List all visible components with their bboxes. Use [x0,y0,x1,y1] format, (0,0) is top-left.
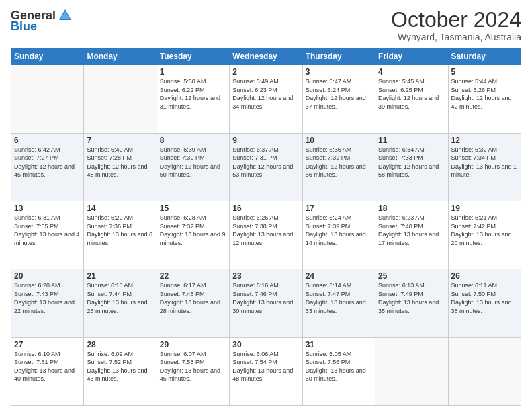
day-number: 26 [451,271,518,281]
calendar-cell: 24Sunrise: 6:14 AM Sunset: 7:47 PM Dayli… [302,269,375,337]
day-number: 1 [160,67,226,77]
day-info: Sunrise: 6:14 AM Sunset: 7:47 PM Dayligh… [306,281,372,315]
day-info: Sunrise: 6:39 AM Sunset: 7:30 PM Dayligh… [160,146,226,179]
logo: General Blue [11,8,73,32]
calendar-cell: 23Sunrise: 6:16 AM Sunset: 7:46 PM Dayli… [230,269,302,337]
calendar-cell: 21Sunrise: 6:18 AM Sunset: 7:44 PM Dayli… [84,269,157,337]
calendar-week-row: 20Sunrise: 6:20 AM Sunset: 7:43 PM Dayli… [11,269,521,337]
day-number: 16 [232,203,299,213]
day-number: 22 [160,271,226,281]
day-info: Sunrise: 6:37 AM Sunset: 7:31 PM Dayligh… [232,146,299,179]
day-number: 24 [306,271,372,281]
calendar-cell: 17Sunrise: 6:24 AM Sunset: 7:39 PM Dayli… [302,201,375,269]
day-number: 5 [451,67,518,77]
calendar-cell: 1Sunrise: 5:50 AM Sunset: 6:22 PM Daylig… [157,65,229,133]
calendar-cell: 10Sunrise: 6:36 AM Sunset: 7:32 PM Dayli… [302,133,375,201]
day-info: Sunrise: 5:49 AM Sunset: 6:23 PM Dayligh… [232,77,299,111]
day-info: Sunrise: 6:23 AM Sunset: 7:40 PM Dayligh… [378,214,445,247]
title-area: October 2024 Wynyard, Tasmania, Australi… [391,8,521,42]
calendar-cell: 31Sunrise: 6:05 AM Sunset: 7:56 PM Dayli… [302,337,375,405]
day-number: 20 [14,271,81,281]
svg-marker-1 [60,11,70,19]
day-number: 3 [306,67,372,77]
day-number: 21 [87,271,153,281]
day-info: Sunrise: 6:29 AM Sunset: 7:36 PM Dayligh… [87,214,153,247]
calendar-cell: 14Sunrise: 6:29 AM Sunset: 7:36 PM Dayli… [84,201,157,269]
calendar-cell: 12Sunrise: 6:32 AM Sunset: 7:34 PM Dayli… [448,133,521,201]
calendar-cell: 29Sunrise: 6:07 AM Sunset: 7:53 PM Dayli… [157,337,229,405]
day-info: Sunrise: 6:06 AM Sunset: 7:54 PM Dayligh… [232,350,299,383]
calendar-week-row: 6Sunrise: 6:42 AM Sunset: 7:27 PM Daylig… [11,133,521,201]
calendar-cell: 9Sunrise: 6:37 AM Sunset: 7:31 PM Daylig… [230,133,302,201]
day-number: 19 [451,203,518,213]
calendar-table: SundayMondayTuesdayWednesdayThursdayFrid… [11,48,521,406]
day-number: 2 [232,67,299,77]
day-info: Sunrise: 6:42 AM Sunset: 7:27 PM Dayligh… [14,146,81,179]
day-number: 7 [87,136,153,145]
day-info: Sunrise: 6:11 AM Sunset: 7:50 PM Dayligh… [451,281,518,315]
day-info: Sunrise: 6:05 AM Sunset: 7:56 PM Dayligh… [306,350,372,383]
day-number: 18 [378,203,445,213]
calendar-cell [84,65,157,133]
weekday-header-wednesday: Wednesday [230,48,302,65]
calendar-cell: 13Sunrise: 6:31 AM Sunset: 7:35 PM Dayli… [11,201,84,269]
calendar-cell: 4Sunrise: 5:45 AM Sunset: 6:25 PM Daylig… [375,65,448,133]
day-number: 25 [378,271,445,281]
calendar-header-row: SundayMondayTuesdayWednesdayThursdayFrid… [11,48,521,65]
day-number: 29 [160,340,226,349]
day-number: 9 [232,136,299,145]
calendar-cell: 7Sunrise: 6:40 AM Sunset: 7:28 PM Daylig… [84,133,157,201]
calendar-cell: 3Sunrise: 5:47 AM Sunset: 6:24 PM Daylig… [302,65,375,133]
day-info: Sunrise: 6:34 AM Sunset: 7:33 PM Dayligh… [378,146,445,179]
page: General Blue October 2024 Wynyard, Tasma… [0,0,532,411]
day-number: 12 [451,136,518,145]
day-number: 28 [87,340,153,349]
day-info: Sunrise: 6:07 AM Sunset: 7:53 PM Dayligh… [160,350,226,383]
calendar-cell: 5Sunrise: 5:44 AM Sunset: 6:26 PM Daylig… [448,65,521,133]
day-info: Sunrise: 5:45 AM Sunset: 6:25 PM Dayligh… [378,77,445,111]
day-number: 31 [306,340,372,349]
calendar-cell: 25Sunrise: 6:13 AM Sunset: 7:49 PM Dayli… [375,269,448,337]
day-info: Sunrise: 6:40 AM Sunset: 7:28 PM Dayligh… [87,146,153,179]
day-info: Sunrise: 6:17 AM Sunset: 7:45 PM Dayligh… [160,281,226,315]
calendar-week-row: 13Sunrise: 6:31 AM Sunset: 7:35 PM Dayli… [11,201,521,269]
weekday-header-thursday: Thursday [302,48,375,65]
day-number: 4 [378,67,445,77]
day-info: Sunrise: 6:09 AM Sunset: 7:52 PM Dayligh… [87,350,153,383]
calendar-cell: 6Sunrise: 6:42 AM Sunset: 7:27 PM Daylig… [11,133,84,201]
month-title: October 2024 [391,8,521,32]
day-info: Sunrise: 6:13 AM Sunset: 7:49 PM Dayligh… [378,281,445,315]
day-info: Sunrise: 6:26 AM Sunset: 7:38 PM Dayligh… [232,214,299,247]
day-number: 11 [378,136,445,145]
day-number: 27 [14,340,81,349]
day-info: Sunrise: 6:18 AM Sunset: 7:44 PM Dayligh… [87,281,153,315]
day-number: 23 [232,271,299,281]
weekday-header-tuesday: Tuesday [157,48,229,65]
day-info: Sunrise: 6:10 AM Sunset: 7:51 PM Dayligh… [14,350,81,383]
weekday-header-friday: Friday [375,48,448,65]
calendar-cell: 15Sunrise: 6:28 AM Sunset: 7:37 PM Dayli… [157,201,229,269]
calendar-cell: 16Sunrise: 6:26 AM Sunset: 7:38 PM Dayli… [230,201,302,269]
day-number: 13 [14,203,81,213]
day-number: 15 [160,203,226,213]
logo-icon [58,8,73,23]
calendar-cell: 28Sunrise: 6:09 AM Sunset: 7:52 PM Dayli… [84,337,157,405]
calendar-cell: 20Sunrise: 6:20 AM Sunset: 7:43 PM Dayli… [11,269,84,337]
weekday-header-sunday: Sunday [11,48,84,65]
day-number: 14 [87,203,153,213]
weekday-header-saturday: Saturday [448,48,521,65]
day-info: Sunrise: 6:32 AM Sunset: 7:34 PM Dayligh… [451,146,518,179]
day-info: Sunrise: 6:31 AM Sunset: 7:35 PM Dayligh… [14,214,81,247]
calendar-cell: 27Sunrise: 6:10 AM Sunset: 7:51 PM Dayli… [11,337,84,405]
day-info: Sunrise: 6:20 AM Sunset: 7:43 PM Dayligh… [14,281,81,315]
day-info: Sunrise: 6:21 AM Sunset: 7:42 PM Dayligh… [451,214,518,247]
calendar-cell: 30Sunrise: 6:06 AM Sunset: 7:54 PM Dayli… [230,337,302,405]
calendar-week-row: 27Sunrise: 6:10 AM Sunset: 7:51 PM Dayli… [11,337,521,405]
calendar-cell: 19Sunrise: 6:21 AM Sunset: 7:42 PM Dayli… [448,201,521,269]
day-number: 8 [160,136,226,145]
calendar-cell: 18Sunrise: 6:23 AM Sunset: 7:40 PM Dayli… [375,201,448,269]
day-info: Sunrise: 6:16 AM Sunset: 7:46 PM Dayligh… [232,281,299,315]
calendar-cell [448,337,521,405]
day-info: Sunrise: 6:36 AM Sunset: 7:32 PM Dayligh… [306,146,372,179]
day-number: 30 [232,340,299,349]
